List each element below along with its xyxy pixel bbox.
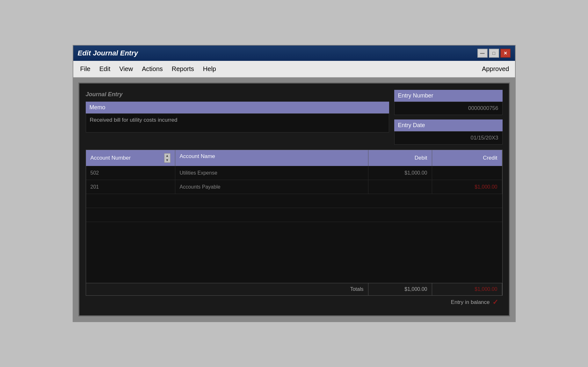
totals-debit: $1,000.00 bbox=[368, 283, 432, 295]
totals-label: Totals bbox=[86, 283, 368, 295]
minimize-button[interactable]: — bbox=[477, 49, 488, 58]
inner-panel: Journal Entry Memo Received bill for uti… bbox=[78, 83, 510, 316]
sort-arrows[interactable]: ▲ ▼ bbox=[164, 153, 171, 163]
main-window: Edit Journal Entry — □ ✕ File Edit View … bbox=[73, 45, 516, 322]
table-row-empty bbox=[86, 208, 502, 222]
balance-row: Entry in balance ✓ bbox=[86, 296, 503, 309]
menu-reports[interactable]: Reports bbox=[168, 63, 198, 75]
col-debit: Debit bbox=[368, 150, 432, 166]
table-footer: Totals $1,000.00 $1,000.00 bbox=[86, 283, 502, 295]
col-credit: Credit bbox=[432, 150, 502, 166]
entry-number-section: Entry Number 0000000756 bbox=[394, 90, 503, 115]
status-approved: Approved bbox=[482, 65, 512, 73]
main-content: Journal Entry Memo Received bill for uti… bbox=[73, 77, 515, 321]
entry-date-label: Entry Date bbox=[394, 119, 503, 131]
left-top: Journal Entry Memo Received bill for uti… bbox=[86, 90, 389, 133]
checkmark-icon: ✓ bbox=[492, 298, 498, 306]
maximize-button[interactable]: □ bbox=[489, 49, 499, 58]
table-row-empty bbox=[86, 194, 502, 208]
memo-label: Memo bbox=[86, 102, 389, 113]
row1-account-name: Utilities Expense bbox=[175, 166, 368, 180]
sort-up-icon[interactable]: ▲ bbox=[166, 154, 169, 158]
menu-actions[interactable]: Actions bbox=[138, 63, 167, 75]
top-section: Journal Entry Memo Received bill for uti… bbox=[86, 90, 503, 145]
totals-credit: $1,000.00 bbox=[432, 283, 502, 295]
title-bar: Edit Journal Entry — □ ✕ bbox=[73, 46, 515, 61]
entry-date-section: Entry Date 01/15/20X3 bbox=[394, 119, 503, 145]
row1-account-number: 502 bbox=[86, 166, 175, 180]
journal-entry-label: Journal Entry bbox=[86, 90, 389, 99]
col-account-number: Account Number ▲ ▼ bbox=[86, 150, 175, 166]
window-controls: — □ ✕ bbox=[477, 49, 511, 58]
sort-down-icon[interactable]: ▼ bbox=[166, 158, 169, 162]
menu-help[interactable]: Help bbox=[199, 63, 220, 75]
row2-credit: $1,000.00 bbox=[432, 180, 502, 194]
table-header: Account Number ▲ ▼ Account Name Debit Cr… bbox=[86, 150, 502, 166]
window-title: Edit Journal Entry bbox=[78, 49, 138, 57]
menu-file[interactable]: File bbox=[76, 63, 94, 75]
table-section: Account Number ▲ ▼ Account Name Debit Cr… bbox=[86, 150, 503, 309]
row2-debit bbox=[368, 180, 432, 194]
balance-message: Entry in balance bbox=[451, 299, 490, 306]
col-account-name: Account Name bbox=[175, 150, 368, 166]
right-top: Entry Number 0000000756 Entry Date 01/15… bbox=[394, 90, 503, 145]
menu-view[interactable]: View bbox=[115, 63, 137, 75]
memo-section: Memo Received bill for utility costs inc… bbox=[86, 102, 389, 133]
table-body: 502 Utilities Expense $1,000.00 201 Acco… bbox=[86, 166, 502, 283]
entry-date-value: 01/15/20X3 bbox=[394, 131, 503, 145]
entry-number-value: 0000000756 bbox=[394, 102, 503, 115]
row2-account-name: Accounts Payable bbox=[175, 180, 368, 194]
table-row[interactable]: 201 Accounts Payable $1,000.00 bbox=[86, 180, 502, 194]
close-button[interactable]: ✕ bbox=[500, 49, 511, 58]
menu-items: File Edit View Actions Reports Help bbox=[76, 63, 220, 75]
row1-debit: $1,000.00 bbox=[368, 166, 432, 180]
menu-edit[interactable]: Edit bbox=[96, 63, 114, 75]
row2-account-number: 201 bbox=[86, 180, 175, 194]
row1-credit bbox=[432, 166, 502, 180]
memo-value[interactable]: Received bill for utility costs incurred bbox=[86, 113, 389, 133]
menu-bar: File Edit View Actions Reports Help Appr… bbox=[73, 61, 515, 77]
table-container: Account Number ▲ ▼ Account Name Debit Cr… bbox=[86, 150, 503, 296]
table-row[interactable]: 502 Utilities Expense $1,000.00 bbox=[86, 166, 502, 180]
entry-number-label: Entry Number bbox=[394, 90, 503, 102]
